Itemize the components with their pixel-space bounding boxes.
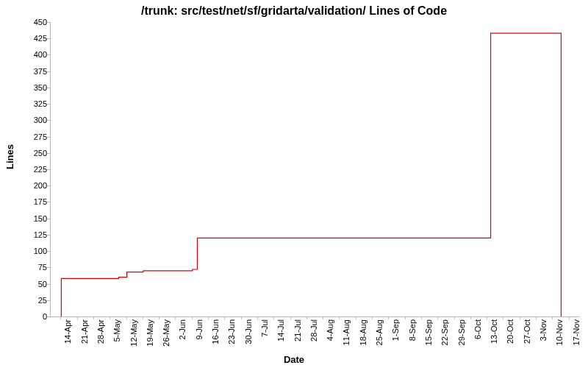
x-tick-mark: [536, 316, 537, 319]
y-tick-mark: [47, 300, 50, 301]
y-tick-mark: [47, 22, 50, 23]
y-tick-label: 0: [18, 313, 47, 321]
x-tick-label: 6-Oct: [473, 319, 482, 339]
x-tick-label: 14-Jul: [276, 319, 285, 342]
x-tick-label: 16-Jun: [211, 319, 220, 344]
x-tick-mark: [93, 316, 94, 319]
y-tick-label: 200: [18, 182, 47, 190]
x-tick-mark: [405, 316, 406, 319]
x-tick-mark: [437, 316, 438, 319]
x-tick-mark: [159, 316, 159, 319]
x-tick-label: 12-May: [129, 319, 138, 347]
x-tick-label: 28-Jul: [309, 319, 318, 342]
x-tick-label: 2-Jun: [178, 319, 187, 340]
y-tick-mark: [47, 219, 50, 219]
y-tick-mark: [47, 284, 50, 285]
y-tick-label: 450: [18, 18, 47, 26]
loc-chart: /trunk: src/test/net/sf/gridarta/validat…: [0, 0, 588, 368]
x-tick-mark: [421, 316, 422, 319]
y-tick-mark: [47, 153, 50, 154]
y-tick-mark: [47, 169, 50, 170]
x-tick-label: 22-Sep: [440, 319, 449, 345]
x-tick-label: 27-Oct: [523, 319, 531, 344]
x-tick-label: 18-Aug: [359, 319, 368, 345]
x-tick-label: 4-Aug: [326, 319, 334, 341]
x-tick-mark: [339, 316, 340, 319]
y-tick-label: 425: [18, 35, 47, 43]
x-tick-label: 19-May: [146, 319, 154, 347]
y-tick-label: 50: [18, 280, 47, 288]
y-tick-label: 275: [18, 132, 47, 141]
x-tick-label: 21-Apr: [80, 319, 89, 344]
y-tick-label: 375: [18, 67, 47, 75]
y-tick-label: 175: [18, 198, 47, 206]
y-tick-mark: [47, 71, 50, 72]
x-tick-label: 5-May: [112, 319, 121, 342]
y-tick-mark: [47, 38, 50, 39]
chart-title: /trunk: src/test/net/sf/gridarta/validat…: [0, 4, 588, 18]
y-tick-mark: [47, 54, 50, 55]
x-tick-mark: [470, 316, 471, 319]
x-tick-mark: [241, 316, 242, 319]
x-tick-mark: [143, 316, 143, 319]
y-tick-mark: [47, 202, 50, 202]
data-line: [51, 22, 580, 316]
x-tick-mark: [273, 316, 274, 319]
x-tick-mark: [192, 316, 193, 319]
y-tick-mark: [47, 120, 50, 121]
y-tick-label: 300: [18, 116, 47, 124]
y-axis-label: Lines: [4, 144, 15, 169]
x-tick-label: 8-Sep: [408, 319, 417, 341]
x-tick-mark: [257, 316, 258, 319]
x-axis-label: Date: [0, 354, 588, 365]
x-tick-label: 29-Sep: [457, 319, 466, 345]
x-tick-label: 26-May: [162, 319, 171, 347]
x-tick-mark: [126, 316, 127, 319]
y-tick-label: 125: [18, 230, 47, 238]
x-tick-mark: [372, 316, 373, 319]
y-tick-mark: [47, 316, 50, 317]
x-tick-label: 10-Nov: [555, 319, 564, 345]
plot-area: [50, 22, 580, 317]
y-tick-label: 225: [18, 166, 47, 174]
x-tick-label: 28-Apr: [96, 319, 105, 344]
x-tick-mark: [306, 316, 307, 319]
x-tick-label: 9-Jun: [195, 319, 204, 340]
x-tick-label: 30-Jun: [244, 319, 253, 344]
x-tick-label: 15-Sep: [424, 319, 433, 345]
y-tick-label: 25: [18, 296, 47, 304]
y-tick-label: 75: [18, 263, 47, 272]
y-tick-mark: [47, 88, 50, 88]
x-tick-label: 17-Nov: [572, 319, 581, 345]
x-tick-mark: [503, 316, 503, 319]
x-tick-mark: [323, 316, 323, 319]
y-tick-mark: [47, 104, 50, 105]
x-tick-mark: [569, 316, 570, 319]
x-tick-mark: [110, 316, 110, 319]
x-tick-mark: [175, 316, 176, 319]
x-tick-mark: [290, 316, 291, 319]
x-tick-mark: [487, 316, 487, 319]
y-tick-mark: [47, 267, 50, 268]
y-tick-mark: [47, 235, 50, 236]
x-tick-mark: [77, 316, 78, 319]
y-tick-label: 100: [18, 247, 47, 255]
x-tick-mark: [552, 316, 553, 319]
x-tick-label: 25-Aug: [375, 319, 384, 345]
x-tick-mark: [454, 316, 455, 319]
y-tick-label: 250: [18, 149, 47, 157]
y-tick-mark: [47, 185, 50, 186]
y-tick-label: 325: [18, 100, 47, 108]
x-tick-label: 3-Nov: [539, 319, 548, 341]
x-tick-label: 20-Oct: [506, 319, 514, 344]
x-tick-mark: [520, 316, 520, 319]
y-tick-label: 400: [18, 51, 47, 59]
x-tick-mark: [208, 316, 209, 319]
x-tick-label: 13-Oct: [490, 319, 498, 344]
y-tick-mark: [47, 251, 50, 252]
x-tick-mark: [224, 316, 225, 319]
x-tick-label: 21-Jul: [293, 319, 302, 342]
y-tick-label: 350: [18, 83, 47, 91]
x-tick-label: 11-Aug: [342, 319, 351, 345]
x-tick-mark: [388, 316, 389, 319]
